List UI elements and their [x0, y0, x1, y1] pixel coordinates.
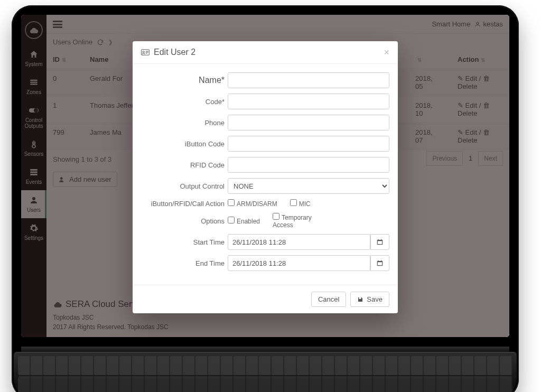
label-name: Name* [199, 76, 225, 85]
cancel-button[interactable]: Cancel [311, 292, 346, 307]
end-time-field[interactable] [228, 255, 370, 271]
start-time-picker-button[interactable] [370, 234, 389, 250]
calendar-icon [376, 259, 384, 267]
enabled-option[interactable]: Enabled [228, 217, 260, 225]
label-options: Options [141, 217, 228, 225]
rfid-field[interactable] [228, 157, 389, 173]
label-action: iButton/RFID/Call Action [141, 200, 228, 208]
enabled-checkbox[interactable] [228, 217, 235, 223]
ibutton-field[interactable] [228, 136, 389, 152]
temp-access-option[interactable]: Temporary Access [273, 213, 325, 229]
phone-field[interactable] [228, 115, 389, 130]
label-start: Start Time [141, 238, 228, 246]
svg-point-10 [143, 51, 144, 53]
name-field[interactable] [228, 72, 389, 88]
arm-disarm-option[interactable]: ARM/DISARM [228, 199, 277, 208]
output-select[interactable]: NONE [228, 178, 389, 194]
label-phone: Phone [141, 119, 228, 127]
mic-option[interactable]: MIC [290, 199, 311, 208]
calendar-icon [376, 238, 384, 246]
mic-checkbox[interactable] [290, 199, 297, 206]
arm-disarm-checkbox[interactable] [228, 199, 235, 206]
end-time-picker-button[interactable] [370, 255, 389, 271]
label-end: End Time [141, 259, 228, 267]
edit-user-modal: Edit User 2 × Name* Code* Phone iButton … [133, 41, 398, 313]
label-ibutton: iButton Code [141, 140, 228, 148]
save-button[interactable]: Save [350, 292, 389, 307]
save-icon [357, 296, 363, 303]
start-time-field[interactable] [228, 234, 370, 250]
tablet-device: System Zones Control Outputs Sensors [12, 5, 519, 392]
label-code: Code* [141, 98, 228, 106]
modal-title: Edit User 2 [154, 48, 195, 57]
label-rfid: RFID Code [141, 161, 228, 169]
close-icon[interactable]: × [384, 48, 389, 57]
label-output: Output Control [141, 182, 228, 190]
device-keyboard [14, 352, 517, 392]
temp-access-checkbox[interactable] [273, 213, 279, 220]
id-card-icon [141, 49, 150, 55]
code-field[interactable] [228, 94, 389, 109]
